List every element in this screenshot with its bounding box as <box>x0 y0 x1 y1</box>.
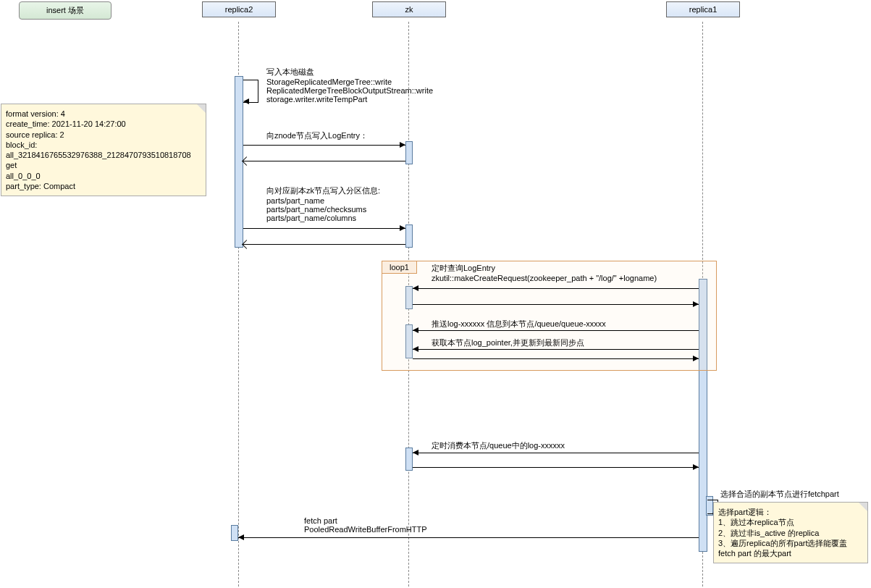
note-select-part-logic: 选择part逻辑： 1、跳过本replica节点 2、跳过非is_active … <box>713 502 868 563</box>
arrowhead <box>243 98 249 104</box>
participant-replica2: replica2 <box>202 1 276 17</box>
msg-line: 写入本地磁盘 <box>266 67 433 77</box>
loop-label: loop1 <box>382 261 417 274</box>
note-line: 1、跳过本replica节点 <box>718 517 863 527</box>
msg-consume-queue: 定时消费本节点/queue中的log-xxxxxx <box>432 440 565 451</box>
activation-zk-2 <box>405 224 413 248</box>
msg-arrow <box>243 228 405 229</box>
arrowhead <box>413 285 418 291</box>
arrowhead <box>413 327 418 333</box>
activation-zk-5 <box>405 448 413 471</box>
return-arrow <box>243 161 405 161</box>
arrowhead <box>413 450 418 455</box>
arrowhead-open <box>242 240 251 249</box>
msg-write-partition: 向对应副本zk节点写入分区信息: parts/part_name parts/p… <box>266 185 380 222</box>
msg-line: parts/part_name/columns <box>266 214 380 222</box>
msg-write-logentry: 向znode节点写入LogEntry： <box>266 130 368 141</box>
participant-replica1: replica1 <box>666 1 740 17</box>
arrowhead <box>400 142 405 148</box>
arrowhead <box>693 464 699 470</box>
msg-line: 向对应副本zk节点写入分区信息: <box>266 185 380 196</box>
msg-line: StorageReplicatedMergeTree::write <box>266 77 433 86</box>
msg-line: parts/part_name <box>266 196 380 205</box>
msg-push-log: 推送log-xxxxxx 信息到本节点/queue/queue-xxxxx <box>432 319 606 329</box>
msg-arrow <box>413 330 699 331</box>
activation-replica2-2 <box>231 525 238 541</box>
diagram-title: insert 场景 <box>19 1 111 20</box>
arrowhead <box>693 356 699 361</box>
note-line: 选择part逻辑： <box>718 507 863 517</box>
msg-arrow <box>413 349 699 350</box>
msg-arrow <box>238 537 699 538</box>
note-line: part_type: Compact <box>6 181 201 191</box>
msg-line: ReplicatedMergeTreeBlockOutputStream::wr… <box>266 86 433 95</box>
msg-arrow <box>413 288 699 289</box>
msg-line: zkutil::makeCreateRequest(zookeeper_path… <box>432 274 657 282</box>
note-line: block_id: <box>6 140 201 150</box>
note-line: source replica: 2 <box>6 130 201 140</box>
note-line: all_0_0_0 <box>6 171 201 181</box>
arrowhead <box>238 534 244 540</box>
arrowhead <box>413 346 418 352</box>
msg-line: storage.writer.writeTempPart <box>266 95 433 104</box>
self-msg-write-disk: 写入本地磁盘 StorageReplicatedMergeTree::write… <box>266 67 433 104</box>
note-line: all_3218416765532976388_2128470793510818… <box>6 150 201 160</box>
note-line: 3、遍历replica的所有part选择能覆盖 <box>718 538 863 548</box>
msg-query-logentry: 定时查询LogEntry zkutil::makeCreateRequest(z… <box>432 263 657 282</box>
note-line: 2、跳过非is_active 的replica <box>718 528 863 538</box>
return-arrow <box>243 244 405 245</box>
msg-line: fetch part <box>304 516 427 525</box>
msg-arrow <box>243 145 405 146</box>
note-line: fetch part 的最大part <box>718 548 863 558</box>
return-arrow <box>413 467 699 468</box>
arrowhead <box>693 301 699 307</box>
activation-zk-1 <box>405 141 413 164</box>
note-logentry-content: format version: 4 create_time: 2021-11-2… <box>1 104 206 196</box>
note-line: create_time: 2021-11-20 14:27:00 <box>6 119 201 129</box>
arrowhead-open <box>242 156 251 166</box>
note-line: format version: 4 <box>6 109 201 119</box>
participant-label: replica1 <box>689 5 718 14</box>
note-line: get <box>6 160 201 170</box>
msg-arrow <box>413 453 699 453</box>
msg-log-pointer: 获取本节点log_pointer,并更新到最新同步点 <box>432 337 584 348</box>
participant-label: replica2 <box>225 5 253 14</box>
msg-line: 定时查询LogEntry <box>432 263 657 274</box>
return-arrow <box>413 304 699 305</box>
arrowhead <box>400 225 405 231</box>
self-msg-fetchpart: 选择合适的副本节点进行fetchpart <box>720 489 839 500</box>
msg-line: parts/part_name/checksums <box>266 205 380 214</box>
participant-zk: zk <box>372 1 446 17</box>
participant-label: zk <box>405 5 413 14</box>
msg-fetch-part: fetch part PooledReadWriteBufferFromHTTP <box>304 516 427 534</box>
return-arrow <box>413 358 699 359</box>
title-text: insert 场景 <box>46 6 84 14</box>
msg-line: PooledReadWriteBufferFromHTTP <box>304 525 427 534</box>
